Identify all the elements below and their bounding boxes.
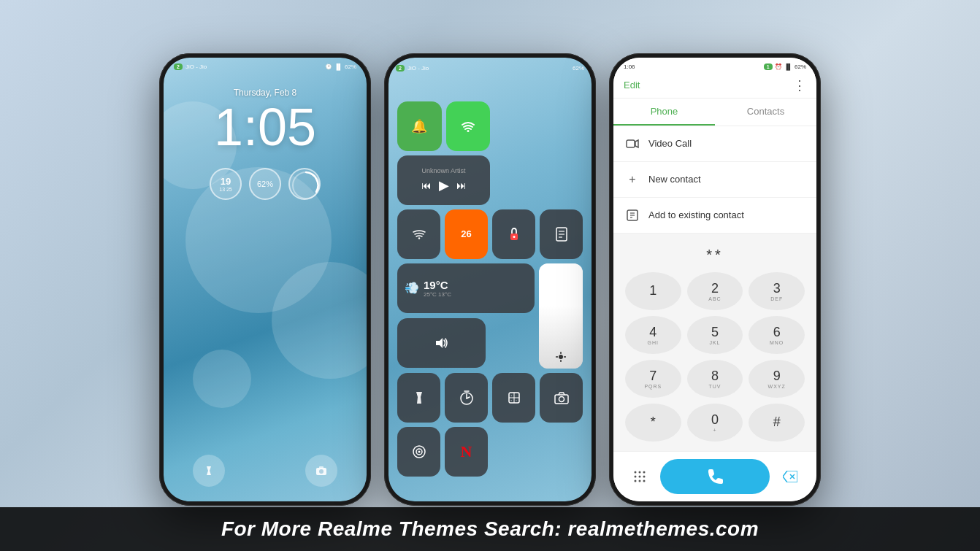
brightness-slider[interactable] — [539, 263, 583, 369]
svg-text:÷: ÷ — [516, 398, 518, 402]
dial-key-0[interactable]: 0 + — [687, 404, 743, 442]
svg-point-13 — [559, 355, 563, 359]
menu-new-contact[interactable]: + New contact — [613, 162, 816, 198]
netflix-tile[interactable]: N — [445, 427, 488, 477]
svg-point-42 — [635, 471, 637, 473]
tab-phone[interactable]: Phone — [613, 99, 715, 126]
aod-tile[interactable] — [397, 427, 440, 477]
flashlight-btn[interactable] — [193, 455, 225, 487]
svg-point-6 — [418, 237, 419, 239]
notification-tile[interactable]: 🔔 — [397, 101, 442, 151]
phone-icon — [707, 469, 723, 485]
dial-key-7[interactable]: 7 PQRS — [625, 360, 681, 398]
play-icon[interactable]: ▶ — [439, 177, 449, 193]
key-6-sub: MNO — [770, 340, 784, 345]
music-artist: Unknown Artist — [421, 167, 465, 174]
phone-3-bg: 1:06 1 ⏰ ▐▌ 62% Edit ⋮ Phone Conta — [613, 58, 816, 501]
timer-tile[interactable] — [445, 373, 488, 423]
dial-key-3[interactable]: 3 DEF — [749, 272, 805, 310]
weather-tile[interactable]: 💨 19°C 25°C 13°C — [397, 263, 535, 313]
svg-marker-18 — [436, 338, 443, 348]
dial-key-4[interactable]: 4 GHI — [625, 316, 681, 354]
phone-3-statusbar: 1:06 1 ⏰ ▐▌ 62% — [613, 58, 816, 73]
aod-icon — [412, 444, 426, 459]
camera-tile2[interactable] — [540, 373, 583, 423]
weather-content: 💨 19°C 25°C 13°C — [405, 279, 527, 298]
key-0-sub: + — [713, 428, 716, 433]
key-hash-main: # — [773, 415, 781, 430]
wifi-tile[interactable] — [446, 101, 491, 151]
battery-tile[interactable]: 26 — [445, 209, 488, 259]
next-icon[interactable]: ⏭ — [456, 180, 467, 191]
key-2-main: 2 — [711, 281, 719, 296]
volume-tile[interactable] — [397, 318, 486, 368]
svg-point-3 — [319, 469, 324, 474]
camera-icon2 — [554, 391, 569, 404]
menu-add-existing[interactable]: Add to existing contact — [613, 198, 816, 234]
svg-point-47 — [643, 475, 646, 477]
add-existing-icon — [625, 208, 640, 223]
dial-key-2[interactable]: 2 ABC — [687, 272, 743, 310]
delete-btn[interactable] — [776, 462, 805, 491]
p3-battery: 62% — [795, 63, 806, 70]
dial-key-8[interactable]: 8 TUV — [687, 360, 743, 398]
cc-row3: 💨 19°C 25°C 13°C — [397, 263, 583, 369]
add-existing-label: Add to existing contact — [648, 209, 744, 220]
calculator-tile[interactable]: + - × ÷ — [492, 373, 535, 423]
key-8-sub: TUV — [708, 384, 721, 389]
arc-svg — [290, 169, 322, 201]
key-0-main: 0 — [711, 412, 719, 428]
notification-count: 2 — [174, 63, 183, 70]
dial-key-1[interactable]: 1 — [625, 272, 681, 310]
edit-label[interactable]: Edit — [624, 80, 640, 90]
svg-point-43 — [639, 471, 641, 473]
camera-btn[interactable] — [305, 455, 337, 487]
p3-alarm: ⏰ — [775, 63, 782, 70]
wifi-icon-tile[interactable] — [397, 209, 440, 259]
music-tile[interactable]: Unknown Artist ⏮ ▶ ⏭ — [397, 155, 490, 205]
phone-2-statusbar: 2 JiO - Jio 62% — [396, 65, 584, 72]
key-3-main: 3 — [773, 281, 781, 296]
lock-tile[interactable] — [492, 209, 535, 259]
svg-point-49 — [639, 479, 641, 482]
battery-text: 62% — [345, 63, 356, 70]
tab-contacts[interactable]: Contacts — [715, 99, 816, 126]
dial-key-star[interactable]: * — [625, 404, 681, 442]
svg-marker-1 — [207, 466, 211, 475]
dial-key-9[interactable]: 9 WXYZ — [749, 360, 805, 398]
arc-widget — [288, 168, 321, 200]
backspace-icon — [783, 471, 797, 482]
key-4-main: 4 — [649, 325, 656, 340]
dial-key-6[interactable]: 6 MNO — [749, 316, 805, 354]
key-6-main: 6 — [773, 325, 781, 340]
prev-icon[interactable]: ⏮ — [421, 180, 432, 191]
empty-tile1 — [492, 427, 535, 477]
svg-point-48 — [635, 479, 637, 482]
carrier-text: JiO - Jio — [185, 63, 207, 70]
control-center-grid: 🔔 Unknown Artist — [394, 99, 586, 479]
calc-icon: + - × ÷ — [508, 391, 521, 404]
p2-status-left: 2 JiO - Jio — [396, 65, 429, 72]
svg-marker-51 — [783, 471, 797, 482]
empty-tile2 — [540, 427, 583, 477]
camera-icon — [315, 465, 327, 477]
signal-icon: ▐▌ — [334, 63, 342, 70]
more-menu-icon[interactable]: ⋮ — [793, 77, 806, 93]
video-icon — [626, 139, 639, 149]
key-4-sub: GHI — [648, 340, 659, 345]
menu-video-call[interactable]: Video Call — [613, 126, 816, 162]
call-button[interactable] — [660, 459, 770, 494]
flashlight-tile[interactable] — [397, 373, 440, 423]
key-7-sub: PQRS — [644, 384, 662, 389]
svg-point-5 — [467, 130, 469, 132]
dial-key-hash[interactable]: # — [749, 404, 805, 442]
phone-3: 1:06 1 ⏰ ▐▌ 62% Edit ⋮ Phone Conta — [609, 53, 821, 506]
svg-point-45 — [635, 475, 637, 477]
phone-3-topbar: Edit ⋮ — [613, 73, 816, 99]
dial-key-5[interactable]: 5 JKL — [687, 316, 743, 354]
plus-icon: + — [629, 173, 635, 186]
dialpad-toggle-btn[interactable] — [625, 462, 654, 491]
notes-tile[interactable] — [540, 209, 583, 259]
weather-range: 25°C 13°C — [424, 291, 451, 298]
key-5-main: 5 — [711, 325, 719, 340]
